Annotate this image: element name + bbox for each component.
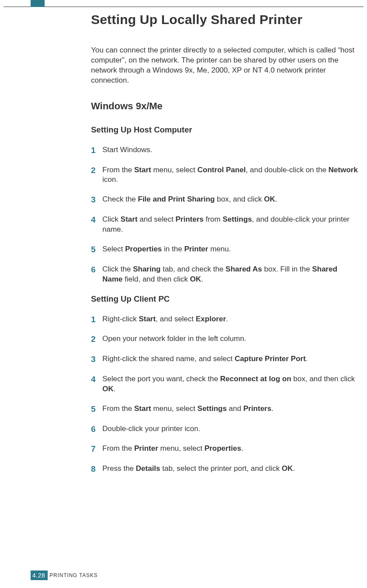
- step-text: Open your network folder in the left col…: [102, 334, 359, 344]
- step-item: 7From the Printer menu, select Propertie…: [91, 444, 359, 454]
- step-item: 5Select Properties in the Printer menu.: [91, 244, 359, 255]
- step-text: From the Printer menu, select Properties…: [102, 444, 359, 454]
- footer-section-title: PRINTING TASKS: [49, 572, 98, 578]
- step-text: Double-click your printer icon.: [102, 424, 359, 434]
- step-text: Check the File and Print Sharing box, an…: [102, 195, 359, 205]
- step-text: Select Properties in the Printer menu.: [102, 244, 359, 254]
- page-title: Setting Up Locally Shared Printer: [91, 12, 359, 27]
- step-number: 5: [91, 244, 102, 255]
- step-item: 2Open your network folder in the left co…: [91, 334, 359, 344]
- step-item: 3Check the File and Print Sharing box, a…: [91, 195, 359, 205]
- step-item: 1Start Windows.: [91, 145, 359, 156]
- step-number: 1: [91, 314, 102, 325]
- step-number: 1: [91, 145, 102, 156]
- page-number-badge: 4.28: [31, 571, 48, 580]
- step-text: From the Start menu, select Settings and…: [102, 404, 359, 414]
- corner-tab: [31, 0, 45, 7]
- step-item: 1Right-click Start, and select Explorer.: [91, 314, 359, 325]
- step-item: 4Click Start and select Printers from Se…: [91, 215, 359, 235]
- step-number: 5: [91, 404, 102, 414]
- section-windows-9x-me: Windows 9x/Me: [91, 101, 359, 112]
- subheading-client-pc: Setting Up Client PC: [91, 294, 359, 304]
- step-item: 6Double-click your printer icon.: [91, 424, 359, 435]
- header-rule: [3, 7, 364, 7]
- step-item: 4Select the port you want, check the Rec…: [91, 374, 359, 394]
- steps-host-computer: 1Start Windows.2From the Start menu, sel…: [91, 145, 359, 285]
- step-item: 6Click the Sharing tab, and check the Sh…: [91, 264, 359, 285]
- step-text: Start Windows.: [102, 145, 359, 155]
- step-number: 4: [91, 215, 102, 225]
- step-number: 2: [91, 165, 102, 176]
- step-number: 2: [91, 334, 102, 344]
- step-number: 3: [91, 195, 102, 205]
- step-number: 3: [91, 354, 102, 365]
- subheading-host-computer: Setting Up Host Computer: [91, 125, 359, 135]
- step-text: Click Start and select Printers from Set…: [102, 215, 359, 235]
- step-text: From the Start menu, select Control Pane…: [102, 165, 359, 185]
- step-item: 5From the Start menu, select Settings an…: [91, 404, 359, 414]
- step-text: Click the Sharing tab, and check the Sha…: [102, 264, 359, 285]
- page-footer: 4.28 PRINTING TASKS: [31, 571, 98, 580]
- step-text: Right-click the shared name, and select …: [102, 354, 359, 364]
- step-text: Select the port you want, check the Reco…: [102, 374, 359, 394]
- step-item: 3Right-click the shared name, and select…: [91, 354, 359, 365]
- steps-client-pc: 1Right-click Start, and select Explorer.…: [91, 314, 359, 474]
- step-number: 6: [91, 264, 102, 275]
- intro-paragraph: You can connect the printer directly to …: [91, 45, 359, 86]
- step-number: 8: [91, 464, 102, 474]
- step-number: 7: [91, 444, 102, 454]
- step-number: 6: [91, 424, 102, 435]
- step-text: Press the Details tab, select the printe…: [102, 464, 359, 474]
- step-item: 2From the Start menu, select Control Pan…: [91, 165, 359, 185]
- page-content: Setting Up Locally Shared Printer You ca…: [91, 12, 359, 562]
- step-number: 4: [91, 374, 102, 385]
- step-item: 8Press the Details tab, select the print…: [91, 464, 359, 474]
- step-text: Right-click Start, and select Explorer.: [102, 314, 359, 324]
